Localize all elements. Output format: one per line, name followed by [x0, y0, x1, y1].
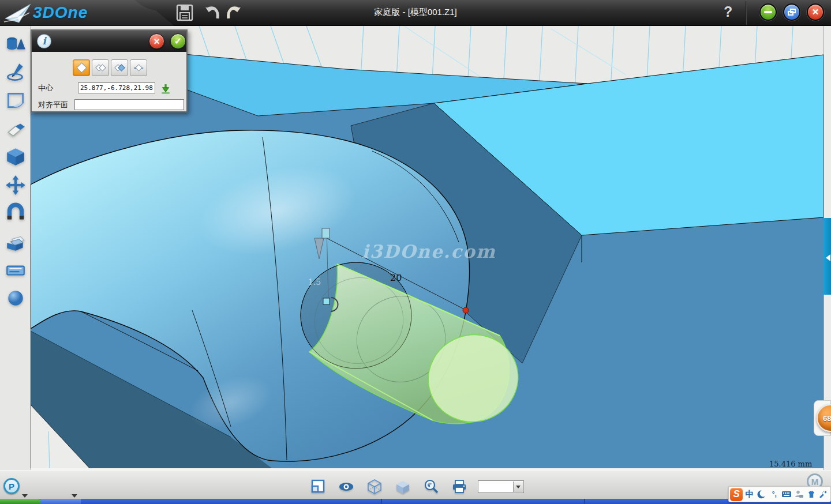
- info-icon: i: [37, 34, 51, 48]
- mode-diamond-double[interactable]: [92, 59, 109, 76]
- assembly-magnet-icon[interactable]: [5, 202, 27, 224]
- tool-sidebar: [0, 26, 31, 470]
- render-sphere-icon[interactable]: [5, 287, 27, 309]
- sketch-icon[interactable]: [5, 61, 27, 83]
- moon-icon[interactable]: [757, 488, 768, 501]
- os-taskbar[interactable]: [0, 499, 831, 504]
- edit-trim-icon[interactable]: [5, 118, 27, 140]
- cancel-button[interactable]: ✕: [149, 33, 164, 49]
- toolbar-dropdown-arrow2-icon[interactable]: [72, 494, 77, 498]
- toolbar-dropdown-arrow-icon[interactable]: [22, 494, 28, 498]
- feature-cube-icon[interactable]: [5, 146, 27, 168]
- speedup-score: 68: [823, 414, 831, 423]
- wireframe-cube-icon[interactable]: [366, 479, 383, 495]
- minimize-icon: [764, 11, 772, 13]
- view-scale-dropdown[interactable]: [478, 480, 524, 493]
- dropdown-arrow-icon[interactable]: [513, 482, 523, 492]
- restore-button[interactable]: [783, 3, 800, 21]
- plane-corner-icon[interactable]: [310, 479, 326, 495]
- shaded-cube-icon[interactable]: [395, 479, 411, 495]
- mode-diamond-filled[interactable]: [111, 59, 128, 76]
- cancel-icon: ✕: [154, 37, 160, 46]
- center-label: 中心: [38, 83, 53, 93]
- scale-ruler-label: 15.416 mm: [769, 460, 812, 468]
- user-mode-icon[interactable]: [793, 488, 804, 501]
- confirm-icon: ✓: [174, 36, 182, 47]
- pattern-icon[interactable]: [5, 231, 27, 253]
- skin-shirt-icon[interactable]: [806, 488, 817, 501]
- measure-icon[interactable]: [5, 259, 27, 281]
- center-point-dialog: i ✕ ✓ ◂ ▸ 中心 对齐平面: [31, 29, 188, 112]
- quicklaunch-edge: [40, 499, 81, 504]
- diamond-single-icon: [76, 62, 87, 73]
- restore-icon: [788, 9, 796, 16]
- align-plane-label: 对齐平面: [38, 100, 68, 110]
- profile-badge[interactable]: P: [3, 478, 20, 494]
- ime-toolbar: S 中 °,: [728, 486, 831, 502]
- align-plane-input[interactable]: [74, 99, 184, 110]
- mode-diamond-single[interactable]: [73, 59, 90, 76]
- close-icon: ✕: [812, 7, 819, 17]
- help-button[interactable]: ?: [724, 3, 732, 20]
- watermark: i3DOne.com: [362, 241, 496, 262]
- titlebar-separator: [746, 1, 747, 25]
- mode-diamond-arrows[interactable]: ◂ ▸: [130, 59, 147, 76]
- zoom-magnifier-icon[interactable]: [423, 479, 439, 495]
- primitives-icon[interactable]: [5, 33, 27, 55]
- chinese-mode-icon[interactable]: 中: [744, 488, 755, 501]
- move-icon[interactable]: [5, 174, 27, 196]
- start-button-edge[interactable]: [0, 499, 40, 504]
- close-button[interactable]: ✕: [807, 3, 824, 21]
- minimize-button[interactable]: [759, 3, 777, 21]
- dropdown-value: [478, 483, 481, 490]
- punctuation-icon[interactable]: °,: [769, 488, 780, 501]
- pick-point-icon[interactable]: [160, 84, 171, 94]
- square-handle[interactable]: [323, 298, 330, 304]
- keyboard-icon[interactable]: [781, 488, 792, 501]
- radius-value: 1.5: [308, 277, 321, 287]
- wrench-icon[interactable]: [818, 488, 829, 501]
- panel-expand-arrow-icon[interactable]: [826, 254, 830, 261]
- flag-handle[interactable]: [322, 228, 330, 238]
- dialog-titlebar[interactable]: i ✕ ✓: [32, 31, 186, 52]
- print-icon[interactable]: [451, 479, 467, 495]
- window-title: 家庭版 - [模型001.Z1]: [0, 7, 831, 18]
- title-bar: 3DOne 家庭版 - [模型001.Z1] ? ✕: [0, 0, 831, 26]
- point-mode-row: ◂ ▸: [73, 59, 147, 76]
- visibility-eye-icon[interactable]: [338, 479, 354, 495]
- drag-point-handle[interactable]: [463, 307, 469, 313]
- center-input[interactable]: [78, 82, 155, 93]
- sogou-logo[interactable]: S: [730, 488, 743, 501]
- confirm-button[interactable]: ✓: [170, 33, 186, 49]
- sketch-plane-icon[interactable]: [5, 89, 27, 111]
- dimension-value: 20: [390, 272, 402, 283]
